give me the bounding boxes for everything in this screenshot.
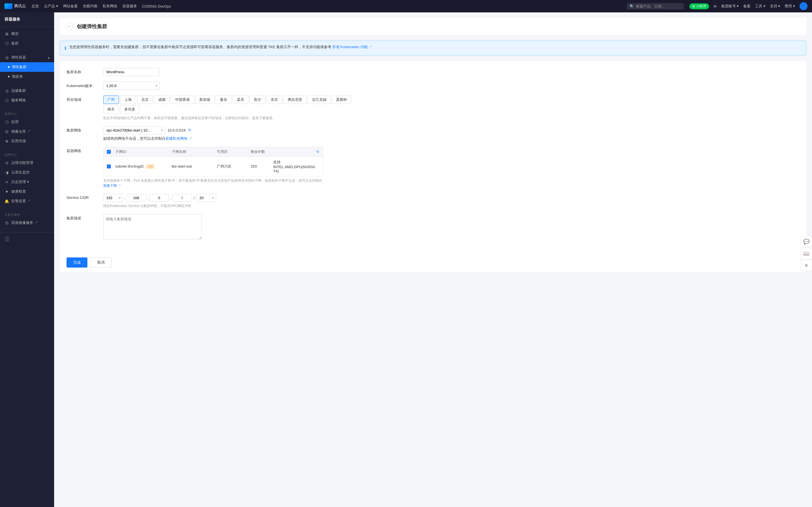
float-doc-btn[interactable]: 📖 — [801, 248, 812, 259]
submit-button[interactable]: 完成 — [66, 258, 87, 268]
tag-discount: 优惠 — [146, 164, 155, 169]
edge-icon: ◷ — [4, 89, 9, 93]
float-chat-btn[interactable]: 💬 — [801, 236, 812, 247]
region-btn-singapore[interactable]: 新加坡 — [195, 96, 214, 104]
sidebar-item-cluster[interactable]: ⬡ 集群 — [0, 39, 54, 48]
support-btn[interactable]: 支持 ▾ — [770, 4, 780, 9]
service-cidr-label: Service CIDR — [66, 194, 103, 200]
cidr-dot-2: . — [147, 196, 148, 200]
region-btn-toronto[interactable]: 多伦多 — [120, 105, 140, 114]
region-btn-bangkok[interactable]: 曼谷 — [216, 96, 232, 104]
fee-btn[interactable]: 费用 ▾ — [784, 4, 795, 9]
sidebar-item-overview[interactable]: ⊞ 概览 — [0, 29, 54, 39]
user-avatar[interactable]: 👤 — [800, 2, 808, 10]
region-btn-beijing[interactable]: 北京 — [137, 96, 153, 104]
region-btn-tokyo[interactable]: 东京 — [266, 96, 282, 104]
service-cidr-content: 192 172 10 . . . / — [103, 194, 800, 209]
top-nav: 腾讯云 总览 云产品 ▾ 网站备案 负载均衡 私有网络 容器服务 CODING … — [0, 0, 812, 12]
sidebar-item-reserved-coupon[interactable]: 预留券 — [0, 72, 54, 81]
subnet-table-header: 子网ID 子网名称 可用区 剩余IP数 ↻ — [103, 147, 323, 157]
dot-icon-reserved-coupon — [8, 76, 10, 77]
expand-icon: ▴ — [48, 56, 50, 59]
sidebar-item-ops-management[interactable]: ⊙ 运维功能管理 — [0, 158, 54, 168]
mini-app-btn[interactable]: ⊕ 小程序 — [689, 3, 709, 9]
sidebar-item-cloud-monitor[interactable]: ◑ 云原生监控 — [0, 168, 54, 177]
sidebar-item-container-registry[interactable]: ⊡ 容器镜像服务 ↗ — [0, 218, 54, 228]
nav-search-box[interactable]: 🔍 — [627, 3, 684, 10]
nav-products[interactable]: 云产品 ▾ — [44, 4, 58, 9]
backup-btn[interactable]: 备案 — [743, 4, 751, 9]
row-checkbox[interactable] — [107, 165, 111, 168]
sidebar-item-elastic-cluster[interactable]: 弹性集群 — [0, 62, 54, 72]
sidebar-collapse-btn[interactable]: ☰ — [4, 236, 10, 242]
search-input[interactable] — [636, 4, 681, 8]
cidr-fourth-input[interactable] — [172, 194, 192, 202]
region-btn-virginia[interactable]: 弗吉尼亚 — [283, 96, 306, 104]
sidebar-label-edge-cluster: 边缘集群 — [11, 88, 26, 93]
ops-center-title: 运维中心 — [0, 151, 54, 158]
nav-container-service[interactable]: 容器服务 — [122, 4, 137, 9]
row-az: 广州六区 — [217, 164, 251, 169]
service-cidr-row: Service CIDR 192 172 10 . . — [66, 194, 800, 209]
form-container: 集群名称 Kubernetes版本 1.20.6 1.18.4 1.16.3 — [60, 61, 806, 252]
network-select-wrapper: vpc-6zie27if(tke-start | 10... — [103, 126, 165, 134]
region-btn-chengdu[interactable]: 成都 — [154, 96, 170, 104]
sidebar-section-ops: 运维中心 ⊙ 运维功能管理 ◑ 云原生监控 ≡ 日志管理 ▾ ♥ 健康检查 🔔 … — [0, 148, 54, 208]
cidr-mask-select[interactable]: 20 21 22 23 24 — [197, 194, 216, 202]
network-refresh-btn[interactable]: ↻ — [188, 128, 192, 132]
region-content: 广州 上海 北京 成都 中国香港 新加坡 曼谷 孟买 首尔 东京 弗吉尼亚 法兰… — [103, 96, 800, 121]
account-btn[interactable]: 集团账号 ▾ — [721, 4, 739, 9]
sidebar-section-elastic: ◎ 弹性容器 ▴ 弹性集群 预留券 — [0, 50, 54, 83]
nav-website-filing[interactable]: 网站备案 — [63, 4, 78, 9]
region-btn-moscow[interactable]: 莫斯科 — [332, 96, 351, 104]
nav-home[interactable]: 总览 — [32, 4, 39, 9]
cidr-first-select[interactable]: 192 172 10 — [103, 194, 123, 202]
table-refresh-btn[interactable]: ↻ — [316, 150, 319, 154]
region-grid: 广州 上海 北京 成都 中国香港 新加坡 曼谷 孟买 首尔 东京 弗吉尼亚 法兰… — [103, 96, 800, 104]
float-list-btn[interactable]: ≡ — [801, 260, 812, 271]
logo-text: 腾讯云 — [14, 4, 26, 9]
sidebar-section-app-center: 应用中心 ⬡ 应用 ⊡ 镜像仓库 ↗ ⊛ 应用市场 — [0, 107, 54, 148]
app-icon: ⬡ — [4, 120, 9, 124]
mail-btn[interactable]: ✉ — [714, 4, 717, 8]
nav-load-balance[interactable]: 负载均衡 — [83, 4, 98, 9]
k8s-version-content: 1.20.6 1.18.4 1.16.3 — [103, 82, 800, 90]
tools-btn[interactable]: 工具 ▾ — [755, 4, 765, 9]
info-link[interactable]: 弃省 Kubernetes 功能 ↗ — [332, 45, 372, 49]
new-subnet-link[interactable]: 新建子网 ↗ — [103, 184, 121, 187]
region-btn-hongkong[interactable]: 中国香港 — [171, 96, 194, 104]
sidebar-label-cluster: 集群 — [11, 41, 18, 46]
sidebar-item-service-mesh[interactable]: ⬡ 服务网格 — [0, 96, 54, 105]
form-footer: 完成 取消 — [60, 252, 806, 272]
select-all-checkbox[interactable] — [107, 150, 111, 154]
sidebar-item-health[interactable]: ♥ 健康检查 — [0, 187, 54, 196]
back-button[interactable]: ← — [65, 22, 73, 31]
cidr-second-input[interactable] — [126, 194, 146, 202]
sidebar-item-edge-cluster[interactable]: ◷ 边缘集群 — [0, 86, 54, 96]
sidebar-section-edge: ◷ 边缘集群 ⬡ 服务网格 — [0, 83, 54, 107]
region-btn-mumbai[interactable]: 孟买 — [233, 96, 248, 104]
cluster-desc-textarea[interactable] — [103, 214, 202, 239]
region-btn-seoul[interactable]: 首尔 — [250, 96, 265, 104]
sidebar-section-cloud-native: 云原生服务 ⊡ 容器镜像服务 ↗ — [0, 208, 54, 230]
nav-private-network[interactable]: 私有网络 — [103, 4, 117, 9]
network-select[interactable]: vpc-6zie27if(tke-start | 10... — [103, 126, 165, 134]
registry-icon: ⊡ — [4, 221, 9, 225]
region-btn-shanghai[interactable]: 上海 — [120, 96, 136, 104]
cluster-name-input[interactable] — [103, 68, 160, 76]
sidebar-item-app[interactable]: ⬡ 应用 — [0, 117, 54, 127]
cidr-third-input[interactable] — [149, 194, 169, 202]
sidebar-item-elastic-container[interactable]: ◎ 弹性容器 ▴ — [0, 53, 54, 62]
region-btn-nanjing[interactable]: 南京 — [103, 105, 119, 114]
region-btn-guangzhou[interactable]: 广州 — [103, 96, 119, 104]
region-btn-frankfurt[interactable]: 法兰克福 — [308, 96, 331, 104]
new-private-network-link[interactable]: 新建私有网络 ↗ — [165, 136, 192, 140]
cancel-button[interactable]: 取消 — [90, 258, 112, 268]
sidebar-item-app-market[interactable]: ⊛ 应用市场 — [0, 136, 54, 146]
sidebar-item-alarm[interactable]: 🔔 告警设置 ↗ — [0, 196, 54, 206]
miniapp-icon: ⊕ — [692, 4, 695, 8]
k8s-version-select[interactable]: 1.20.6 1.18.4 1.16.3 — [103, 82, 160, 90]
nav-coding-devops[interactable]: CODING DevOps — [142, 4, 171, 8]
sidebar-item-image-repo[interactable]: ⊡ 镜像仓库 ↗ — [0, 127, 54, 136]
sidebar-item-log[interactable]: ≡ 日志管理 ▾ — [0, 177, 54, 187]
